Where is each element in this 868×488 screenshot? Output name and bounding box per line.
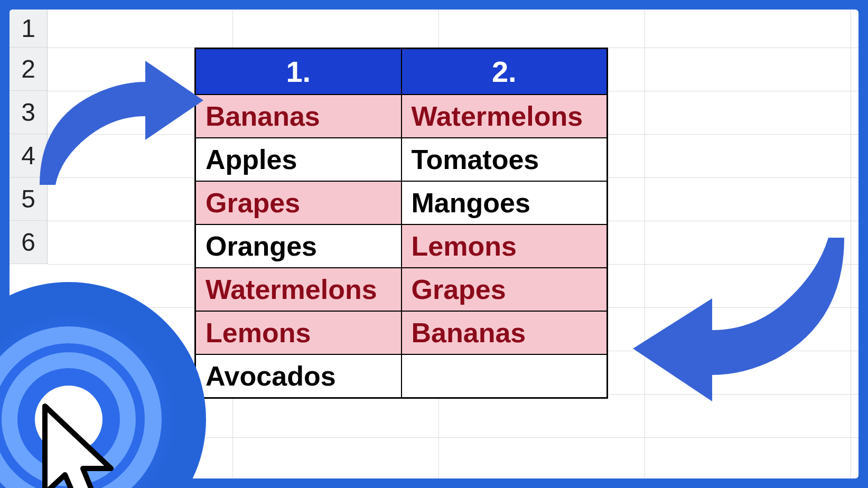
arrow-right-icon (617, 227, 850, 407)
cell[interactable]: Mangoes (402, 181, 608, 224)
cell[interactable]: Watermelons (402, 95, 608, 138)
table-row: Avocados (195, 354, 608, 398)
cursor-icon (34, 401, 124, 488)
cell[interactable]: Bananas (195, 95, 402, 138)
comparison-table: 1. 2. Bananas Watermelons Apples Tomatoe… (194, 48, 608, 399)
cell[interactable]: Grapes (195, 181, 402, 224)
cell[interactable]: Bananas (402, 311, 608, 354)
logo-icon (0, 282, 206, 488)
cell[interactable] (402, 354, 608, 398)
column-header-2[interactable]: 2. (402, 49, 608, 95)
cell[interactable]: Oranges (195, 224, 402, 268)
cell[interactable]: Lemons (402, 224, 608, 268)
cell[interactable]: Watermelons (195, 268, 402, 311)
table-body: Bananas Watermelons Apples Tomatoes Grap… (195, 95, 608, 398)
cell[interactable]: Apples (195, 138, 402, 181)
table-row: Watermelons Grapes (195, 268, 608, 311)
row-header-6[interactable]: 6 (10, 221, 48, 264)
table-row: Grapes Mangoes (195, 181, 608, 224)
column-header-1[interactable]: 1. (195, 49, 402, 95)
arrow-left-icon (29, 53, 209, 190)
cell[interactable]: Avocados (195, 354, 402, 398)
row-header-1[interactable]: 1 (10, 10, 48, 48)
table-row: Oranges Lemons (195, 224, 608, 268)
table-row: Bananas Watermelons (195, 95, 608, 138)
cell[interactable]: Lemons (195, 311, 402, 354)
cell[interactable]: Grapes (402, 268, 608, 311)
table-row: Apples Tomatoes (195, 138, 608, 181)
table-row: Lemons Bananas (195, 311, 608, 354)
cell[interactable]: Tomatoes (402, 138, 608, 181)
